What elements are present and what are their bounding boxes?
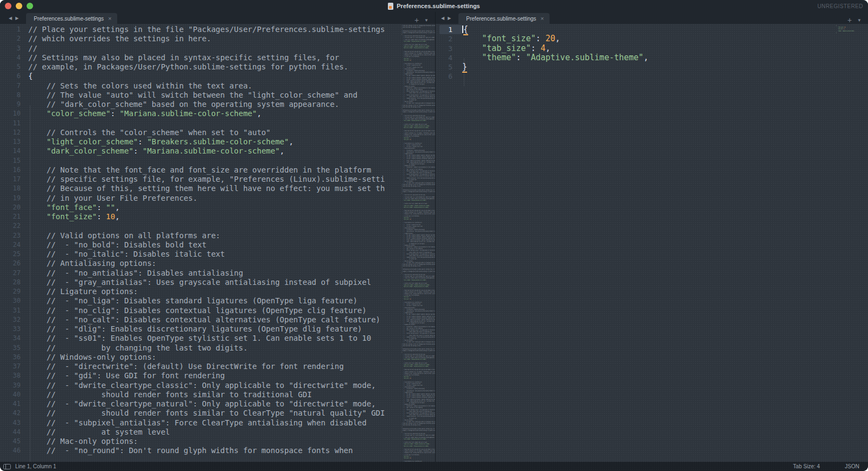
- code-line[interactable]: // "dark_color_scheme" based on the oper…: [28, 100, 400, 109]
- line-number[interactable]: 4: [436, 53, 462, 62]
- sidebar-toggle-icon[interactable]: [3, 464, 11, 469]
- minimap[interactable]: { "font_size": 20, "tab_size": 4, "theme…: [836, 25, 868, 38]
- line-number[interactable]: 29: [0, 287, 26, 296]
- code-line[interactable]: // Sets the colors used within the text …: [28, 81, 400, 91]
- code-line[interactable]: // - "no_bold": Disables bold text: [28, 240, 400, 250]
- line-number[interactable]: 34: [0, 334, 26, 343]
- line-number[interactable]: 18: [0, 184, 26, 193]
- line-number[interactable]: 40: [0, 390, 26, 399]
- line-number[interactable]: 5: [436, 62, 462, 72]
- code-line[interactable]: // - "dlig": Enables discretionary ligat…: [28, 324, 400, 334]
- line-number[interactable]: 44: [0, 428, 26, 437]
- code-line[interactable]: "font_face": "",: [28, 203, 400, 212]
- code-line[interactable]: // by changing the last two digits.: [28, 343, 400, 353]
- new-tab-icon[interactable]: +: [414, 16, 419, 24]
- code-line[interactable]: // Valid options on all platforms are:: [28, 231, 400, 240]
- line-number[interactable]: 6: [0, 72, 26, 81]
- code-line[interactable]: // - "no_antialias": Disables antialiasi…: [28, 269, 400, 278]
- line-number[interactable]: 41: [0, 399, 26, 409]
- close-tab-icon[interactable]: ×: [108, 16, 111, 22]
- syntax-indicator[interactable]: JSON: [845, 463, 859, 469]
- line-number[interactable]: 38: [0, 371, 26, 380]
- line-number[interactable]: 6: [436, 72, 462, 81]
- line-number[interactable]: 36: [0, 353, 26, 362]
- line-number[interactable]: 22: [0, 221, 26, 231]
- code-line[interactable]: // - "dwrite_cleartype_classic": Only ap…: [28, 381, 400, 390]
- line-number[interactable]: 2: [0, 34, 26, 43]
- code-line[interactable]: "font_size": 10,: [28, 212, 400, 221]
- back-icon[interactable]: ◀: [9, 16, 12, 21]
- line-number[interactable]: 14: [0, 147, 26, 156]
- code-line[interactable]: // - "no_liga": Disables standard ligatu…: [28, 296, 400, 305]
- line-number[interactable]: 4: [0, 53, 26, 62]
- line-number[interactable]: 1: [439, 25, 462, 34]
- user-settings-pane[interactable]: 123456 { "font_size": 20, "tab_size": 4,…: [436, 24, 868, 462]
- line-number[interactable]: 28: [0, 278, 26, 287]
- code-line[interactable]: // Place your settings in the file "Pack…: [28, 25, 400, 34]
- line-number[interactable]: 13: [0, 137, 26, 147]
- code-line[interactable]: {: [462, 25, 833, 34]
- tab-preferences-right[interactable]: Preferences.sublime-settings ×: [458, 13, 549, 24]
- code-line[interactable]: // - "gray_antialias": Uses grayscale an…: [28, 278, 400, 287]
- line-number[interactable]: 45: [0, 437, 26, 446]
- code-view[interactable]: { "font_size": 20, "tab_size": 4, "theme…: [462, 25, 833, 462]
- code-line[interactable]: // - "no_clig": Disables contextual liga…: [28, 306, 400, 315]
- forward-icon[interactable]: ▶: [15, 16, 18, 21]
- title-bar[interactable]: Preferences.sublime-settings UNREGISTERE…: [0, 0, 868, 12]
- code-line[interactable]: // Because of this, setting them here wi…: [28, 184, 400, 193]
- line-number[interactable]: 8: [0, 91, 26, 100]
- close-tab-icon[interactable]: ×: [540, 16, 544, 22]
- line-number[interactable]: 21: [0, 212, 26, 221]
- code-line[interactable]: // should render fonts similar to tradit…: [28, 390, 400, 399]
- code-line[interactable]: // specific settings file, for example, …: [28, 175, 400, 184]
- code-line[interactable]: // in your User File Preferences.: [28, 194, 400, 203]
- code-line[interactable]: // - "no_italic": Disables italic text: [28, 250, 400, 259]
- code-line[interactable]: }: [462, 62, 833, 72]
- code-line[interactable]: // which overrides the settings in here.: [28, 34, 400, 43]
- code-line[interactable]: "theme": "Adaptive.sublime-theme",: [462, 53, 833, 62]
- line-number[interactable]: 37: [0, 362, 26, 371]
- code-line[interactable]: // Windows-only options:: [28, 353, 400, 362]
- line-number[interactable]: 27: [0, 269, 26, 278]
- code-line[interactable]: // - "no_calt": Disables contextual alte…: [28, 315, 400, 324]
- code-line[interactable]: // Ligature options:: [28, 287, 400, 296]
- code-line[interactable]: // - "subpixel_antialias": Force ClearTy…: [28, 418, 400, 428]
- code-line[interactable]: {: [28, 72, 400, 81]
- line-number[interactable]: 16: [0, 166, 26, 175]
- code-line[interactable]: [462, 72, 833, 81]
- default-settings-pane[interactable]: 1234567891011121314151617181920212223242…: [0, 24, 436, 462]
- code-line[interactable]: "dark_color_scheme": "Mariana.sublime-co…: [28, 147, 400, 156]
- minimap[interactable]: // Place your settings in the file "Pack…: [401, 25, 435, 462]
- line-number[interactable]: 26: [0, 259, 26, 268]
- line-number[interactable]: 31: [0, 306, 26, 315]
- line-number[interactable]: 1: [0, 25, 26, 34]
- tab-overflow-icon[interactable]: ▼: [424, 18, 429, 23]
- line-number[interactable]: 17: [0, 175, 26, 184]
- code-line[interactable]: [28, 119, 400, 128]
- line-number[interactable]: 5: [0, 62, 26, 72]
- code-line[interactable]: // Note that the font_face and font_size…: [28, 166, 400, 175]
- code-line[interactable]: // Settings may also be placed in syntax…: [28, 53, 400, 62]
- code-line[interactable]: // Mac-only options:: [28, 437, 400, 446]
- code-line[interactable]: // should render fonts similar to ClearT…: [28, 409, 400, 418]
- line-number[interactable]: 23: [0, 231, 26, 240]
- code-line[interactable]: // - "gdi": Use GDI for font rendering: [28, 371, 400, 380]
- code-line[interactable]: // example, in Packages/User/Python.subl…: [28, 62, 400, 72]
- line-number[interactable]: 9: [0, 100, 26, 109]
- line-number[interactable]: 43: [0, 418, 26, 428]
- tab-size-indicator[interactable]: Tab Size: 4: [793, 463, 820, 469]
- line-number[interactable]: 7: [0, 81, 26, 91]
- line-number[interactable]: 33: [0, 324, 26, 334]
- tab-preferences-left[interactable]: Preferences.sublime-settings ×: [26, 13, 117, 24]
- code-line[interactable]: // - "dwrite_cleartype_natural": Only ap…: [28, 399, 400, 409]
- code-line[interactable]: [28, 221, 400, 231]
- code-view[interactable]: // Place your settings in the file "Pack…: [28, 25, 400, 462]
- line-number[interactable]: 15: [0, 156, 26, 166]
- line-number[interactable]: 39: [0, 381, 26, 390]
- code-line[interactable]: // - "no_round": Don't round glyph width…: [28, 446, 400, 455]
- code-line[interactable]: "tab_size": 4,: [462, 44, 833, 53]
- line-number[interactable]: 11: [0, 119, 26, 128]
- line-number[interactable]: 20: [0, 203, 26, 212]
- line-number[interactable]: 3: [436, 44, 462, 53]
- line-number[interactable]: 12: [0, 128, 26, 137]
